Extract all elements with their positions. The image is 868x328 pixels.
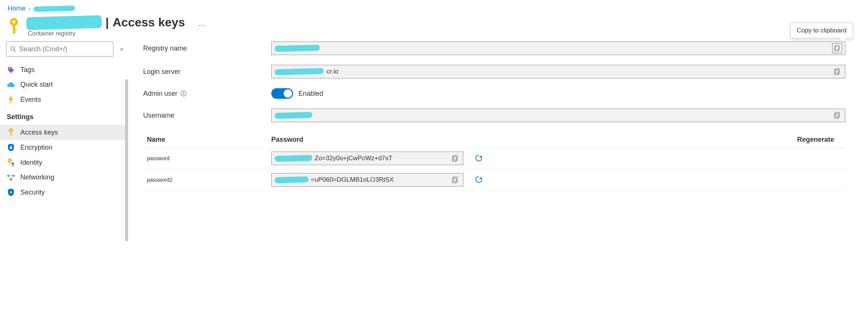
svg-point-32 — [183, 92, 184, 93]
svg-rect-35 — [452, 156, 456, 161]
copy-tooltip: Copy to clipboard — [790, 23, 853, 38]
main-content: Copy to clipboard Registry name Login se… — [128, 41, 868, 324]
search-icon — [10, 46, 16, 52]
sidebar-menu: Tags Quick start Events Settings Access — [0, 63, 128, 200]
sidebar-item-label: Tags — [20, 66, 35, 74]
sidebar-item-label: Security — [20, 189, 45, 196]
svg-rect-11 — [11, 134, 12, 135]
more-menu-button[interactable]: ⋯ — [198, 21, 206, 30]
sidebar-item-label: Networking — [20, 173, 54, 181]
tag-icon — [7, 66, 15, 74]
copy-icon — [452, 155, 458, 162]
copy-login-server-button[interactable] — [832, 67, 842, 77]
password-value: Zo=32y0o+jCwPcWz+d7sT — [315, 155, 392, 162]
sidebar-item-label: Access keys — [20, 129, 58, 136]
page-title-bar: | Access keys Container registry ⋯ — [0, 15, 868, 41]
svg-rect-3 — [13, 29, 17, 31]
collapse-sidebar-button[interactable]: « — [120, 46, 124, 52]
svg-rect-12 — [11, 135, 12, 136]
svg-rect-26 — [834, 46, 838, 51]
svg-rect-29 — [836, 69, 839, 74]
shield-lock-icon — [7, 143, 15, 152]
page-title-text: Access keys — [113, 15, 185, 29]
col-header-password: Password — [271, 136, 471, 144]
regenerate-password-button[interactable] — [475, 175, 483, 184]
search-input[interactable] — [19, 45, 109, 53]
sidebar-scrollbar[interactable] — [125, 79, 128, 241]
col-header-regenerate: Regenerate — [471, 136, 842, 144]
redacted-highlight — [26, 15, 102, 30]
sidebar-item-events[interactable]: Events — [0, 92, 128, 107]
sidebar-item-encryption[interactable]: Encryption — [0, 140, 128, 155]
password-value: =uP060=DGLMB1oLO3RtSX — [311, 176, 394, 184]
redacted-highlight — [275, 68, 324, 75]
password-table: Name Password Regenerate password Zo=32y… — [143, 132, 845, 191]
svg-point-18 — [12, 162, 14, 165]
sidebar-item-security[interactable]: Security — [0, 185, 128, 200]
network-icon — [7, 174, 15, 181]
sidebar-section-settings: Settings — [0, 107, 128, 125]
sidebar-item-identity[interactable]: Identity — [0, 155, 128, 170]
breadcrumb: Home › — [0, 0, 868, 15]
svg-rect-33 — [834, 113, 838, 118]
sidebar-item-label: Encryption — [20, 144, 52, 152]
svg-point-7 — [9, 68, 10, 69]
breadcrumb-home-link[interactable]: Home — [8, 5, 26, 12]
redacted-highlight — [275, 44, 320, 52]
svg-point-25 — [10, 191, 12, 193]
copy-icon — [452, 176, 458, 183]
sidebar-item-label: Identity — [20, 159, 42, 167]
svg-rect-31 — [183, 93, 183, 95]
copy-icon — [834, 112, 840, 119]
copy-password-button[interactable] — [450, 153, 460, 163]
page-title: | Access keys — [26, 15, 185, 29]
redacted-highlight — [275, 176, 309, 183]
password-field: =uP060=DGLMB1oLO3RtSX — [271, 173, 463, 187]
refresh-icon — [475, 175, 483, 184]
svg-rect-28 — [834, 70, 838, 75]
redacted-highlight — [275, 112, 312, 119]
svg-point-9 — [11, 130, 12, 131]
sidebar-item-networking[interactable]: Networking — [0, 170, 128, 185]
svg-rect-37 — [452, 178, 456, 183]
sidebar-item-quick-start[interactable]: Quick start — [0, 77, 128, 92]
admin-user-toggle[interactable] — [271, 88, 293, 99]
svg-rect-4 — [13, 32, 15, 33]
login-server-value: cr.io — [327, 68, 338, 75]
username-field — [271, 109, 845, 122]
sidebar-item-tags[interactable]: Tags — [0, 63, 128, 77]
sidebar: « Tags Quick start Events Set — [0, 41, 128, 324]
svg-point-1 — [13, 21, 15, 23]
key-person-icon — [7, 158, 15, 167]
col-header-name: Name — [147, 136, 271, 144]
svg-point-5 — [11, 47, 15, 51]
svg-point-16 — [9, 160, 11, 161]
search-box[interactable] — [6, 41, 113, 57]
sidebar-item-access-keys[interactable]: Access keys — [0, 125, 128, 140]
redacted-highlight — [34, 6, 75, 12]
redacted-highlight — [275, 155, 312, 162]
copy-username-button[interactable] — [832, 110, 842, 120]
copy-registry-name-button[interactable] — [832, 43, 842, 53]
info-icon[interactable] — [180, 90, 186, 97]
lightning-icon — [7, 95, 15, 104]
svg-rect-27 — [836, 45, 839, 50]
svg-rect-38 — [454, 177, 457, 182]
password-name: password — [147, 155, 271, 161]
copy-password-button[interactable] — [450, 175, 460, 185]
page-subtitle: Container registry — [28, 30, 185, 37]
regenerate-password-button[interactable] — [475, 154, 483, 162]
cloud-icon — [7, 82, 15, 88]
registry-name-label: Registry name — [143, 44, 271, 52]
sidebar-item-label: Events — [20, 96, 41, 104]
toggle-knob — [284, 89, 292, 98]
admin-user-label: Admin user — [143, 90, 271, 98]
sidebar-item-label: Quick start — [20, 81, 53, 89]
svg-rect-17 — [9, 162, 10, 166]
registry-name-field — [271, 41, 845, 55]
password-row: password Zo=32y0o+jCwPcWz+d7sT — [143, 148, 845, 169]
breadcrumb-current-link[interactable] — [34, 5, 75, 12]
username-label: Username — [143, 112, 271, 120]
copy-icon — [834, 68, 840, 75]
login-server-label: Login server — [143, 68, 271, 76]
